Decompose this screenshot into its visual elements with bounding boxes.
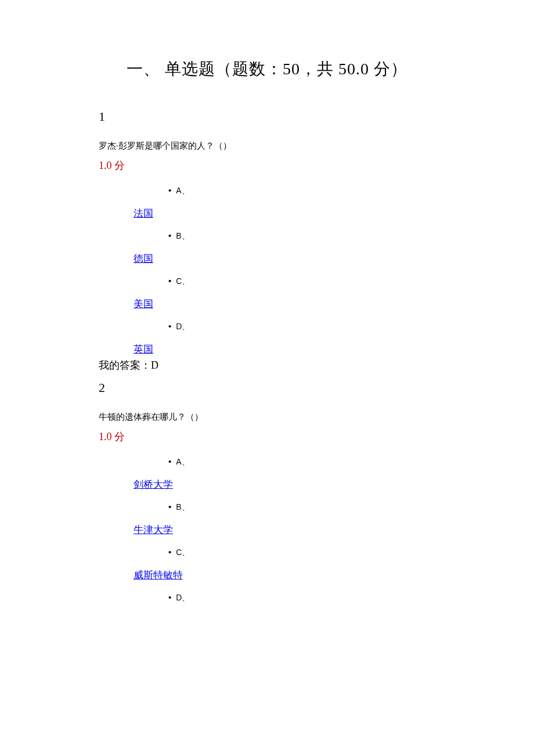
option: •D、 英国 [134,321,435,356]
option-letter: D、 [176,593,190,602]
option: •B、 德国 [134,231,435,265]
bullet-icon: • [168,185,171,195]
question-score: 1.0 分 [99,159,435,172]
option-letter: B、 [176,502,189,512]
question-number: 2 [99,380,435,395]
question-text: 罗杰·彭罗斯是哪个国家的人？（） [99,141,435,152]
option-link[interactable]: 法国 [134,207,153,220]
option: •C、 威斯特敏特 [134,547,435,582]
bullet-icon: • [168,547,171,557]
option-letter: D、 [176,322,190,331]
options-list: •A、 剑桥大学 •B、 牛津大学 •C、 威斯特敏特 •D、 [134,456,435,603]
option: •A、 法国 [134,185,435,220]
option-link[interactable]: 牛津大学 [134,523,173,537]
section-title: 一、 单选题（题数：50，共 50.0 分） [99,58,435,80]
option-letter: C、 [176,548,190,557]
option-letter: C、 [176,276,190,286]
option: •B、 牛津大学 [134,502,435,537]
option-letter: B、 [176,231,189,240]
option-letter: A、 [176,457,189,466]
option-link[interactable]: 剑桥大学 [134,478,173,491]
option-link[interactable]: 德国 [134,252,153,265]
option-link[interactable]: 威斯特敏特 [134,568,183,582]
question-number: 1 [99,109,435,124]
option: •D、 [134,592,435,603]
question-score: 1.0 分 [99,430,435,444]
option: •C、 美国 [134,276,435,311]
bullet-icon: • [168,502,171,512]
option-link[interactable]: 美国 [134,297,153,311]
bullet-icon: • [168,592,171,602]
bullet-icon: • [168,276,171,286]
my-answer: 我的答案：D [99,358,435,372]
question-block: 1 罗杰·彭罗斯是哪个国家的人？（） 1.0 分 •A、 法国 •B、 德国 •… [99,109,435,372]
option: •A、 剑桥大学 [134,456,435,491]
option-link[interactable]: 英国 [134,343,153,356]
question-text: 牛顿的遗体葬在哪儿？（） [99,412,435,423]
bullet-icon: • [168,456,171,466]
bullet-icon: • [168,321,171,331]
options-list: •A、 法国 •B、 德国 •C、 美国 •D、 英国 [134,185,435,356]
question-block: 2 牛顿的遗体葬在哪儿？（） 1.0 分 •A、 剑桥大学 •B、 牛津大学 •… [99,380,435,603]
option-letter: A、 [176,186,189,195]
bullet-icon: • [168,231,171,240]
page-content: 一、 单选题（题数：50，共 50.0 分） 1 罗杰·彭罗斯是哪个国家的人？（… [0,0,534,660]
